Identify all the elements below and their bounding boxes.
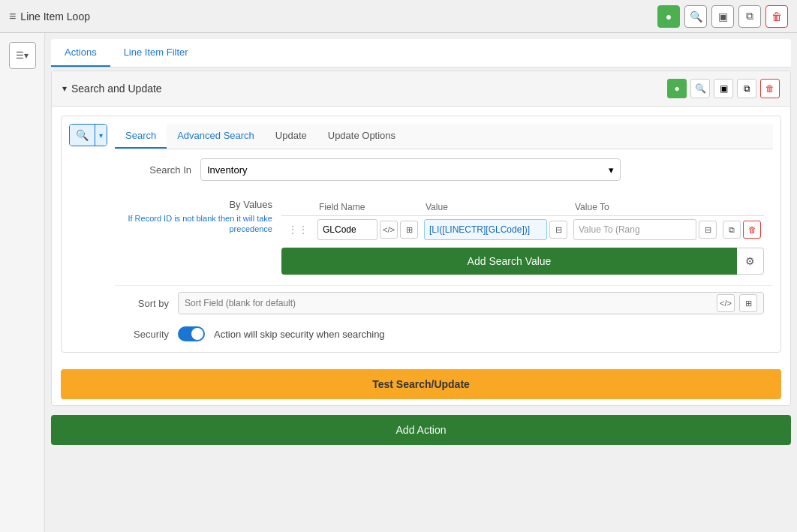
drag-handle-icon[interactable]: ⋮⋮ xyxy=(284,224,311,236)
security-text: Action will skip security when searching xyxy=(214,329,385,340)
security-row: Security Action will skip security when … xyxy=(115,320,773,352)
field-name-cell: </> ⊞ xyxy=(317,219,418,240)
panel-delete-btn[interactable]: 🗑 xyxy=(760,79,780,98)
delete-btn-top[interactable]: 🗑 xyxy=(765,5,788,28)
col-value-to: Value To xyxy=(570,199,720,216)
db-icon: ⊞ xyxy=(406,225,413,235)
inner-tab-bar: Search Advanced Search Update Update Opt… xyxy=(115,124,773,149)
sort-by-label: Sort by xyxy=(124,298,169,309)
tab-search[interactable]: Search xyxy=(115,124,167,149)
value-to-code-btn[interactable]: ⊟ xyxy=(699,221,717,239)
field-name-code-btn[interactable]: </> xyxy=(380,221,398,239)
menu-icon: ☰▾ xyxy=(16,50,29,61)
value-to-input[interactable] xyxy=(573,219,696,240)
by-values-label: By Values xyxy=(124,199,272,210)
toggle-icon: ● xyxy=(666,11,672,23)
inner-panel: 🔍 ▾ Search Advanced Se xyxy=(61,116,781,353)
search-in-select[interactable]: Inventory ▾ xyxy=(200,158,621,181)
security-toggle[interactable] xyxy=(178,326,205,341)
chevron-down-icon: ▾ xyxy=(609,164,614,176)
security-label: Security xyxy=(124,329,169,340)
panel-title: Search and Update xyxy=(71,83,162,95)
panel-toggle-icon: ● xyxy=(674,83,679,94)
row-copy-btn[interactable]: ⧉ xyxy=(723,221,741,239)
search-dropdown-btn[interactable]: 🔍 ▾ xyxy=(69,124,107,146)
value-cell: ⊟ xyxy=(424,219,567,240)
value-to-code-icon: ⊟ xyxy=(705,225,711,235)
search-caret-btn[interactable]: ▾ xyxy=(95,125,107,146)
sort-db-icon: ⊞ xyxy=(745,299,752,308)
field-table-container: Field Name Value Value To xyxy=(281,199,764,285)
panel-delete-icon: 🗑 xyxy=(765,83,774,94)
panel-search-icon: 🔍 xyxy=(695,83,706,94)
search-main-btn[interactable]: 🔍 xyxy=(70,125,95,146)
copy-icon-top: ⧉ xyxy=(746,10,753,23)
table-row: ⋮⋮ </> xyxy=(281,216,764,244)
search-update-panel: ▾ Search and Update ● 🔍 ▣ ⧉ xyxy=(51,71,791,406)
value-code-btn[interactable]: ⊟ xyxy=(549,221,567,239)
app-title-area: ≡ Line Item Loop xyxy=(9,10,90,23)
add-search-row: Add Search Value ⚙ xyxy=(281,248,764,275)
field-table: Field Name Value Value To xyxy=(281,199,764,243)
add-search-gear-btn[interactable]: ⚙ xyxy=(737,248,764,275)
code-icon: </> xyxy=(383,225,395,234)
left-sidebar: ☰▾ xyxy=(0,33,45,532)
value-to-cell: ⊟ xyxy=(573,219,717,240)
col-field-name: Field Name xyxy=(314,199,421,216)
sort-by-row: Sort by </> ⊞ xyxy=(115,285,773,320)
tab-advanced-search[interactable]: Advanced Search xyxy=(167,124,265,149)
row-delete-icon: 🗑 xyxy=(748,225,756,234)
panel-copy-icon: ⧉ xyxy=(744,83,750,94)
col-value: Value xyxy=(421,199,570,216)
main-tab-bar: Actions Line Item Filter xyxy=(51,39,791,68)
panel-header: ▾ Search and Update ● 🔍 ▣ ⧉ xyxy=(52,71,790,107)
delete-icon-top: 🗑 xyxy=(771,11,782,23)
copy-btn-top[interactable]: ⧉ xyxy=(738,5,761,28)
row-copy-icon: ⧉ xyxy=(729,225,735,235)
panel-title-area: ▾ Search and Update xyxy=(62,83,162,95)
caret-down-icon: ▾ xyxy=(99,131,103,140)
by-values-note: If Record ID is not blank then it will t… xyxy=(124,213,272,235)
add-search-value-btn[interactable]: Add Search Value xyxy=(281,248,737,275)
panel-search-btn[interactable]: 🔍 xyxy=(690,79,710,98)
test-btn-container: Test Search/Update xyxy=(52,362,790,405)
search-in-label: Search In xyxy=(124,164,191,176)
tab-line-item-filter[interactable]: Line Item Filter xyxy=(110,39,202,67)
field-name-db-btn[interactable]: ⊞ xyxy=(400,221,418,239)
top-bar: ≡ Line Item Loop ● 🔍 ▣ ⧉ 🗑 xyxy=(0,0,797,33)
collapse-icon[interactable]: ▾ xyxy=(62,83,67,94)
sidebar-menu-btn[interactable]: ☰▾ xyxy=(9,42,36,69)
search-icon-top: 🔍 xyxy=(690,11,702,23)
panel-copy-btn[interactable]: ⧉ xyxy=(737,79,756,98)
field-name-input[interactable] xyxy=(317,219,377,240)
tab-update[interactable]: Update xyxy=(265,124,317,149)
add-action-container: Add Action xyxy=(51,406,791,445)
app-title: Line Item Loop xyxy=(20,11,90,23)
sort-code-icon: </> xyxy=(720,299,732,308)
save-btn-top[interactable]: ▣ xyxy=(711,5,734,28)
list-icon: ≡ xyxy=(9,10,16,23)
toggle-btn[interactable]: ● xyxy=(657,5,680,28)
search-main-icon: 🔍 xyxy=(76,129,89,141)
row-delete-btn[interactable]: 🗑 xyxy=(743,221,761,239)
sort-by-input-container: </> ⊞ xyxy=(178,292,764,314)
sort-db-btn[interactable]: ⊞ xyxy=(739,294,757,312)
sort-code-btn[interactable]: </> xyxy=(717,294,735,312)
content-area: Actions Line Item Filter ▾ Search and Up… xyxy=(45,33,797,532)
panel-save-icon: ▣ xyxy=(720,83,728,94)
gear-icon: ⚙ xyxy=(745,255,755,267)
save-icon-top: ▣ xyxy=(718,11,728,23)
panel-save-btn[interactable]: ▣ xyxy=(714,79,733,98)
value-input[interactable] xyxy=(424,219,547,240)
search-in-value: Inventory xyxy=(207,164,247,176)
value-code-icon: ⊟ xyxy=(555,225,562,235)
test-search-update-btn[interactable]: Test Search/Update xyxy=(61,369,781,399)
tab-update-options[interactable]: Update Options xyxy=(317,124,406,149)
panel-toggle-btn[interactable]: ● xyxy=(667,79,687,98)
sort-by-input[interactable] xyxy=(185,298,712,308)
tab-actions[interactable]: Actions xyxy=(51,39,110,67)
main-content: ☰▾ Actions Line Item Filter ▾ Search and… xyxy=(0,33,797,532)
search-btn-top[interactable]: 🔍 xyxy=(684,5,707,28)
top-bar-actions: ● 🔍 ▣ ⧉ 🗑 xyxy=(657,5,788,28)
add-action-btn[interactable]: Add Action xyxy=(51,415,791,445)
